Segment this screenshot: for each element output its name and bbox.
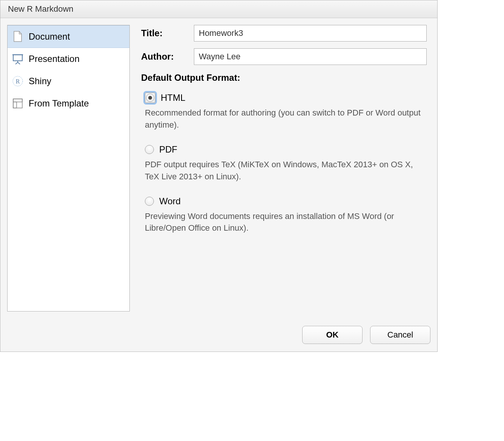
output-format-header: Default Output Format: [141, 72, 427, 83]
radio-label-html: HTML [161, 93, 185, 103]
dialog-title: New R Markdown [8, 4, 74, 14]
radio-row-pdf[interactable]: PDF [145, 144, 427, 155]
author-label: Author: [141, 51, 194, 62]
main-panel: Title: Author: Default Output Format: HT… [141, 25, 430, 311]
presentation-icon [12, 53, 23, 65]
author-input[interactable] [194, 48, 427, 65]
radio-button-pdf[interactable] [145, 145, 154, 154]
radio-option-pdf: PDF PDF output requires TeX (MiKTeX on W… [145, 144, 427, 183]
radio-label-word: Word [159, 196, 181, 207]
radio-desc-pdf: PDF output requires TeX (MiKTeX on Windo… [145, 159, 427, 183]
radio-label-pdf: PDF [159, 144, 177, 155]
svg-rect-0 [13, 55, 22, 61]
svg-line-3 [15, 62, 18, 64]
title-input[interactable] [194, 25, 427, 42]
radio-desc-word: Previewing Word documents requires an in… [145, 210, 427, 234]
radio-option-word: Word Previewing Word documents requires … [145, 196, 427, 234]
title-label: Title: [141, 28, 194, 39]
sidebar-item-label: From Template [29, 98, 89, 109]
svg-rect-8 [13, 99, 22, 102]
radio-row-word[interactable]: Word [145, 196, 427, 207]
svg-line-4 [18, 62, 20, 64]
sidebar-item-document[interactable]: Document [8, 25, 129, 48]
dialog-body: Document Presentation [0, 18, 437, 318]
document-icon [12, 31, 23, 42]
dialog-titlebar: New R Markdown [0, 0, 437, 18]
template-sidebar: Document Presentation [7, 25, 130, 311]
new-r-markdown-dialog: New R Markdown Document [0, 0, 438, 352]
dialog-button-row: OK Cancel [0, 318, 437, 352]
sidebar-item-shiny[interactable]: R Shiny [8, 70, 129, 93]
radio-button-html[interactable] [145, 93, 155, 103]
output-format-group: HTML Recommended format for authoring (y… [145, 93, 427, 234]
radio-row-html[interactable]: HTML [145, 93, 427, 103]
sidebar-item-presentation[interactable]: Presentation [8, 48, 129, 70]
sidebar-item-from-template[interactable]: From Template [8, 93, 129, 115]
radio-desc-html: Recommended format for authoring (you ca… [145, 107, 427, 131]
sidebar-item-label: Presentation [29, 54, 80, 64]
radio-button-word[interactable] [145, 197, 154, 206]
template-icon [12, 98, 23, 109]
cancel-button[interactable]: Cancel [370, 326, 430, 344]
radio-option-html: HTML Recommended format for authoring (y… [145, 93, 427, 131]
svg-rect-7 [13, 99, 22, 108]
shiny-icon: R [12, 76, 23, 87]
sidebar-spacer [8, 115, 129, 311]
svg-text:R: R [16, 78, 20, 85]
svg-rect-9 [13, 102, 17, 108]
title-row: Title: [141, 25, 427, 42]
sidebar-item-label: Document [29, 31, 70, 42]
author-row: Author: [141, 48, 427, 65]
sidebar-item-label: Shiny [29, 76, 51, 86]
ok-button[interactable]: OK [302, 326, 363, 344]
